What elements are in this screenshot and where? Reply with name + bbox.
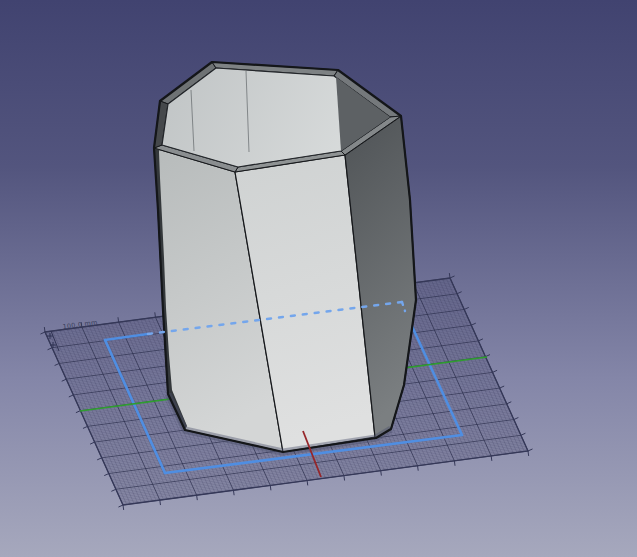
model-octagonal-vessel[interactable]	[154, 62, 416, 452]
3d-scene[interactable]: 100.0 mm	[0, 0, 637, 557]
3d-viewport[interactable]: 100.0 mm	[0, 0, 637, 557]
